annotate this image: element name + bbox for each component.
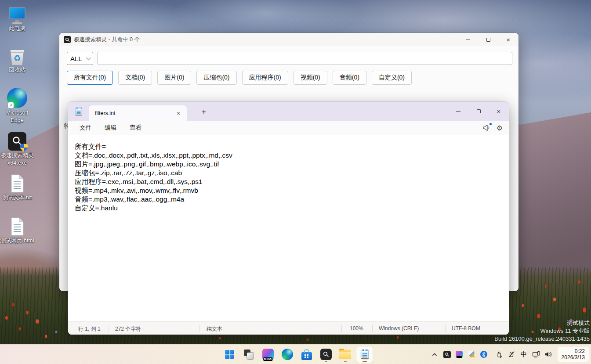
notification-dot [489,123,492,125]
tray-overflow-chevron[interactable] [429,348,440,361]
editor-line: 应用程序=.exe,.msi,.bat,.cmd,.dll,.sys,.ps1 [75,177,509,186]
folder-icon [339,350,351,359]
status-line-ending[interactable]: Windows (CRLF) [379,325,419,332]
tab-filters-ini[interactable]: filters.ini × [89,105,187,121]
status-char-count: 272 个字符 [115,325,141,333]
filter-documents-button[interactable]: 文档(0) [118,71,152,85]
task-view-icon [244,350,254,359]
minimize-button[interactable] [458,33,478,46]
search-app-icon [64,36,71,43]
start-button[interactable] [221,346,237,363]
notepad-titlebar[interactable]: filters.ini × + × [68,102,509,121]
menu-file[interactable]: 文件 [75,122,96,133]
desktop-icon-label: 回收站 [9,66,25,74]
filter-audio-button[interactable]: 音频(0) [333,71,366,85]
desktop-icon-recycle-bin[interactable]: ♻ 回收站 [0,45,34,74]
desktop-icon-edge[interactable]: ↗ Microsoft Edge [0,86,34,124]
search-app-taskbar-button[interactable] [318,346,334,363]
filter-custom-button[interactable]: 自定义(0) [372,71,412,85]
filter-videos-button[interactable]: 视频(0) [294,71,327,85]
taskbar-center-icons: M365 [221,345,373,364]
copilot-m365-button[interactable]: M365 [260,346,276,363]
copilot-m365-icon [456,351,463,358]
desktop: { "desktop": { "icons": [ { "label": "此电… [0,0,591,364]
menu-edit[interactable]: 编辑 [100,122,121,133]
filter-all-files-button[interactable]: 所有文件(0) [67,71,113,85]
running-indicator [344,361,347,362]
html-file-icon [10,216,25,236]
maximize-button[interactable] [468,103,489,119]
search-app-icon [320,349,332,360]
notepad-app-icon [75,107,83,116]
search-input[interactable] [98,52,512,65]
desktop-icon-this-pc[interactable]: 此电脑 [0,4,34,32]
notepad-editor[interactable]: 所有文件= 文档=.doc,.docx,.pdf,.txt,.xls,.xlsx… [68,135,509,321]
filter-archives-button[interactable]: 压缩包(0) [196,71,236,85]
scope-dropdown[interactable]: ALL [67,52,93,65]
file-explorer-button[interactable] [337,346,353,363]
uac-shield-icon [20,144,28,152]
tray-search-app[interactable] [442,348,453,361]
desktop-icon-search-app[interactable]: 极速搜索精灵 x64.exe [0,130,34,167]
status-encoding[interactable]: UTF-8 BOM [452,325,480,332]
taskbar: M365 [0,344,591,364]
tray-volume[interactable] [543,348,554,361]
shortcut-arrow-icon: ↗ [8,102,14,108]
desktop-icon-label: Microsoft Edge [0,109,34,124]
maximize-button[interactable] [478,33,498,46]
notepad-icon [360,349,370,360]
recycle-icon: ♻ [13,54,21,62]
desktop-icon-test-txt[interactable]: 测试文本.txt [0,173,34,202]
edge-taskbar-button[interactable] [279,346,295,363]
tray-bluetooth[interactable] [479,348,489,361]
ime-chinese-icon: 中 [521,350,527,359]
settings-gear-icon[interactable]: ⚙ [497,124,503,132]
editor-line: 所有文件= [75,142,509,151]
desktop-icon-test-html[interactable]: 测试网页.html [0,216,34,245]
chevron-down-icon [86,55,91,60]
minimize-button[interactable] [448,103,468,119]
filter-images-button[interactable]: 图片(0) [157,71,191,85]
copilot-m365-icon: M365 [262,349,274,360]
store-button[interactable] [298,346,315,363]
megaphone-icon[interactable] [482,124,490,131]
search-icon [443,351,451,358]
desktop-icon-label: 测试文本.txt [3,194,32,202]
notepad-statusbar: 行 1, 列 1 272 个字符 纯文本 100% Windows (CRLF)… [68,321,509,335]
edge-icon [282,349,293,360]
filter-applications-button[interactable]: 应用程序(0) [242,71,288,85]
notepad-taskbar-button[interactable] [356,346,373,363]
editor-line: 图片=.jpg,.jpeg,.png,.gif,.bmp,.webp,.ico,… [75,160,509,169]
search-window-title: 极速搜索精灵 - 共命中 0 个 [74,36,140,43]
clock-date: 2026/3/13 [562,354,585,360]
running-indicator [325,361,327,362]
search-window-titlebar[interactable]: 极速搜索精灵 - 共命中 0 个 × [59,33,518,46]
tray-clock[interactable]: 0:22 2026/3/13 [558,347,589,362]
task-view-button[interactable] [240,346,257,363]
tray-cast-display[interactable] [531,348,542,361]
edge-icon: ↗ [7,86,27,108]
new-tab-button[interactable]: + [198,106,210,118]
filter-button-row: 所有文件(0) 文档(0) 图片(0) 压缩包(0) 应用程序(0) 视频(0)… [67,71,412,85]
notepad-window: filters.ini × + × 文件 编辑 查看 ⚙ 所有文件= 文档=.d… [68,102,509,335]
watermark-line3: Build 26100.ge_release.240331-1435 [494,335,590,343]
search-app-exe-icon [8,130,26,151]
tray-copilot[interactable] [454,348,465,361]
menu-view[interactable]: 查看 [125,122,146,133]
recycle-bin-icon: ♻ [10,45,25,65]
chevron-up-icon [431,351,438,357]
bluetooth-icon [480,351,487,358]
editor-line: 文档=.doc,.docx,.pdf,.txt,.xls,.xlsx,.ppt,… [75,151,509,160]
clock-time: 0:22 [562,348,585,354]
display-device-icon [532,351,540,358]
desktop-icon-label: 极速搜索精灵 x64.exe [0,152,34,167]
close-button[interactable]: × [498,33,518,46]
status-zoom-level[interactable]: 100% [350,325,363,332]
tray-usb-eject[interactable] [494,348,505,361]
tab-close-icon[interactable]: × [174,109,182,117]
desktop-icon-label: 测试网页.html [0,237,34,245]
tray-mouse-disabled[interactable] [506,348,517,361]
tray-security-shield[interactable] [466,348,477,361]
tray-ime-indicator[interactable]: 中 [518,348,529,361]
close-button[interactable]: × [489,103,509,119]
